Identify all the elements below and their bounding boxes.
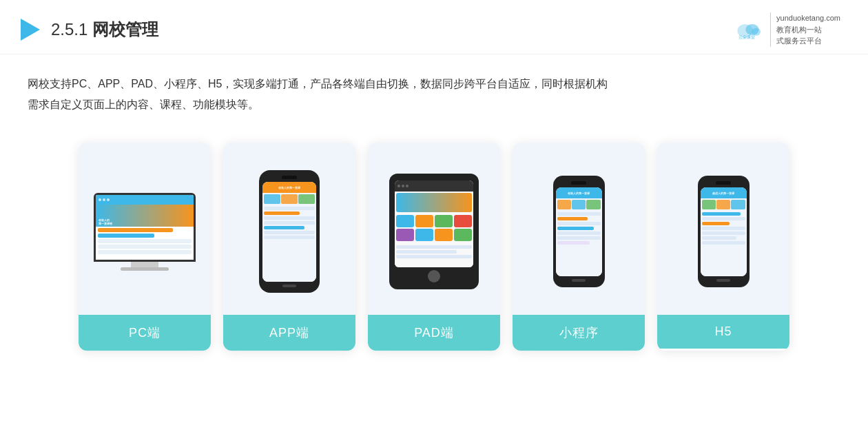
card-pad-label: PAD端 [368,315,500,351]
miniapp-device-icon: 创造人的第一堂课 [553,176,605,287]
logo-triangle-icon [21,19,40,41]
card-h5-image: 超进人的第一堂课 [657,143,789,315]
page-title: 2.5.1 网校管理 [51,19,158,41]
title-main: 网校管理 [92,20,158,39]
card-app-image: 创造人的第一堂课 [223,143,355,315]
h5-device-icon: 超进人的第一堂课 [698,176,750,287]
card-miniapp-label: 小程序 [513,315,645,351]
card-miniapp-image: 创造人的第一堂课 [513,143,645,315]
card-app: 创造人的第一堂课 [223,143,355,351]
card-app-label: APP端 [223,315,355,351]
yunduoke-logo-icon: 云朵课堂 [733,19,766,41]
card-miniapp: 创造人的第一堂课 [513,143,645,351]
platform-cards: 创造人的第一堂课程 [0,129,868,364]
page-header: 2.5.1 网校管理 云朵课堂 yunduoketang.com 教育机构一站 … [0,0,868,54]
card-pad: PAD端 [368,143,500,351]
svg-text:云朵课堂: 云朵课堂 [738,34,755,39]
pad-device-icon [389,174,479,289]
brand-logo: 云朵课堂 yunduoketang.com 教育机构一站 式服务云平台 [733,12,840,47]
title-prefix: 2.5.1 [51,20,92,39]
pc-device-icon: 创造人的第一堂课程 [94,193,196,271]
description-text: 网校支持PC、APP、PAD、小程序、H5，实现多端打通，产品各终端自由切换，数… [0,54,868,123]
brand-tagline: yunduoketang.com 教育机构一站 式服务云平台 [770,12,840,47]
header-right: 云朵课堂 yunduoketang.com 教育机构一站 式服务云平台 [733,12,840,47]
card-pc: 创造人的第一堂课程 [79,143,211,351]
card-h5: 超进人的第一堂课 [657,143,789,351]
card-pad-image [368,143,500,315]
header-left: 2.5.1 网校管理 [21,19,158,41]
card-pc-label: PC端 [79,315,211,351]
card-pc-image: 创造人的第一堂课程 [79,143,211,315]
phone-device-icon: 创造人的第一堂课 [259,170,320,293]
card-h5-label: H5 [657,315,789,349]
